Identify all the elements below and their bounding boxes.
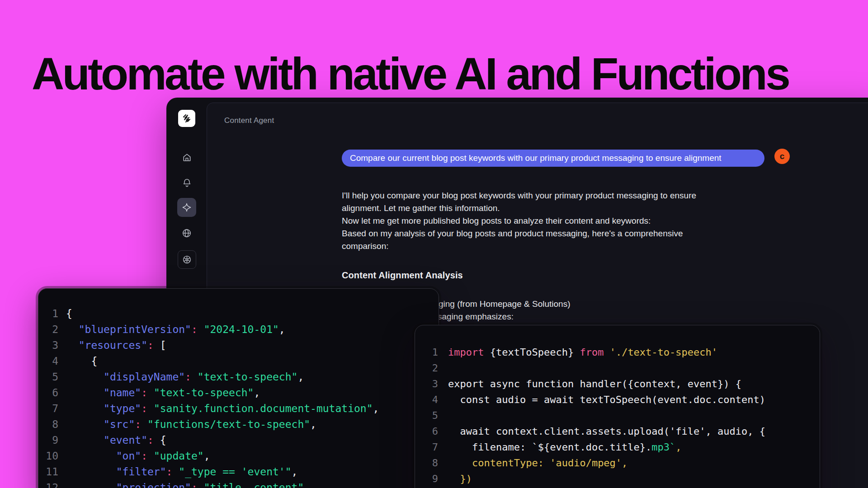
partial-text-line-2: saging emphasizes: (438, 310, 514, 323)
sidebar-item-ai-assistant[interactable] (177, 198, 196, 217)
code-editor-js: 1import {textToSpeech} from './text-to-s… (415, 325, 820, 487)
sparkle-icon (181, 202, 192, 213)
home-icon (182, 152, 192, 163)
sanity-logo-button[interactable] (178, 110, 195, 127)
code-editor-json: 1{2 "blueprintVersion": "2024-10-01",3 "… (38, 289, 439, 488)
user-avatar: c (774, 149, 790, 164)
panel-title: Content Agent (224, 116, 274, 125)
reel-icon (182, 254, 192, 265)
page-title: Automate with native AI and Functions (32, 50, 788, 98)
analysis-section-heading: Content Alignment Analysis (342, 270, 463, 281)
code-window-blueprint-json: 1{2 "blueprintVersion": "2024-10-01",3 "… (38, 288, 439, 488)
bell-icon (182, 178, 192, 188)
sanity-logo-icon (181, 113, 192, 124)
sidebar-item-globe[interactable] (177, 224, 196, 243)
partial-text-line-1: ging (from Homepage & Solutions) (439, 298, 570, 310)
sidebar-item-notifications[interactable] (177, 173, 196, 192)
sidebar-item-media[interactable] (178, 250, 196, 269)
code-window-function-js: 1import {textToSpeech} from './text-to-s… (415, 325, 820, 488)
assistant-response-text: I'll help you compare your blog post key… (342, 189, 776, 253)
user-message-bubble: Compare our current blog post keywords w… (342, 150, 764, 167)
globe-icon (181, 228, 192, 239)
sidebar-item-home[interactable] (177, 148, 196, 167)
